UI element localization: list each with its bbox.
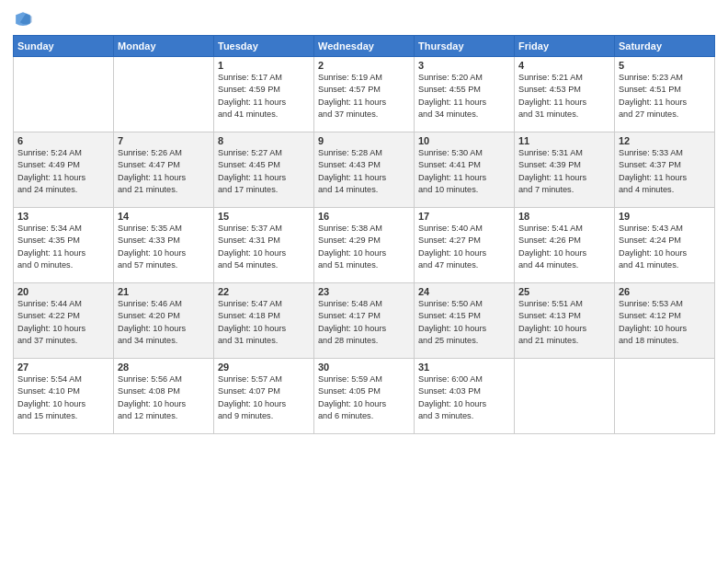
day-number: 11: [518, 135, 610, 146]
day-info: Sunrise: 5:17 AM Sunset: 4:59 PM Dayligh…: [218, 72, 310, 121]
day-number: 7: [118, 135, 210, 146]
page-header: [13, 9, 715, 29]
calendar-cell: 21Sunrise: 5:46 AM Sunset: 4:20 PM Dayli…: [114, 283, 214, 359]
logo: [13, 9, 33, 29]
day-number: 22: [218, 286, 310, 297]
calendar-cell: 18Sunrise: 5:41 AM Sunset: 4:26 PM Dayli…: [515, 208, 615, 283]
day-info: Sunrise: 5:43 AM Sunset: 4:24 PM Dayligh…: [619, 223, 711, 271]
day-info: Sunrise: 5:46 AM Sunset: 4:20 PM Dayligh…: [118, 298, 210, 347]
calendar-cell: 7Sunrise: 5:26 AM Sunset: 4:47 PM Daylig…: [114, 132, 214, 208]
day-info: Sunrise: 5:57 AM Sunset: 4:07 PM Dayligh…: [218, 373, 310, 422]
day-info: Sunrise: 5:31 AM Sunset: 4:39 PM Dayligh…: [518, 147, 610, 196]
day-number: 25: [518, 286, 610, 297]
calendar-cell: 31Sunrise: 6:00 AM Sunset: 4:03 PM Dayli…: [415, 359, 515, 434]
day-number: 15: [218, 211, 310, 222]
day-number: 20: [17, 286, 109, 297]
day-info: Sunrise: 5:56 AM Sunset: 4:08 PM Dayligh…: [118, 373, 210, 422]
day-info: Sunrise: 5:54 AM Sunset: 4:10 PM Dayligh…: [17, 373, 109, 422]
day-info: Sunrise: 5:19 AM Sunset: 4:57 PM Dayligh…: [318, 72, 410, 121]
day-info: Sunrise: 5:28 AM Sunset: 4:43 PM Dayligh…: [318, 147, 410, 196]
calendar-week-row: 13Sunrise: 5:34 AM Sunset: 4:35 PM Dayli…: [14, 208, 715, 283]
calendar-cell: 24Sunrise: 5:50 AM Sunset: 4:15 PM Dayli…: [415, 283, 515, 359]
day-number: 2: [318, 60, 410, 71]
day-info: Sunrise: 5:47 AM Sunset: 4:18 PM Dayligh…: [218, 298, 310, 347]
day-info: Sunrise: 5:41 AM Sunset: 4:26 PM Dayligh…: [518, 223, 610, 271]
calendar-cell: [14, 57, 114, 132]
calendar-cell: 26Sunrise: 5:53 AM Sunset: 4:12 PM Dayli…: [615, 283, 715, 359]
weekday-header-saturday: Saturday: [615, 36, 715, 57]
day-info: Sunrise: 5:51 AM Sunset: 4:13 PM Dayligh…: [518, 298, 610, 347]
day-info: Sunrise: 5:21 AM Sunset: 4:53 PM Dayligh…: [518, 72, 610, 121]
logo-icon: [13, 9, 33, 29]
day-info: Sunrise: 5:50 AM Sunset: 4:15 PM Dayligh…: [418, 298, 510, 347]
day-number: 26: [619, 286, 711, 297]
day-number: 27: [17, 362, 109, 373]
day-number: 8: [218, 135, 310, 146]
calendar-cell: 16Sunrise: 5:38 AM Sunset: 4:29 PM Dayli…: [314, 208, 415, 283]
day-number: 31: [418, 362, 510, 373]
calendar-cell: 27Sunrise: 5:54 AM Sunset: 4:10 PM Dayli…: [14, 359, 114, 434]
calendar-week-row: 20Sunrise: 5:44 AM Sunset: 4:22 PM Dayli…: [14, 283, 715, 359]
calendar-cell: 17Sunrise: 5:40 AM Sunset: 4:27 PM Dayli…: [415, 208, 515, 283]
weekday-header-row: SundayMondayTuesdayWednesdayThursdayFrid…: [14, 36, 715, 57]
calendar-cell: [515, 359, 615, 434]
day-info: Sunrise: 5:53 AM Sunset: 4:12 PM Dayligh…: [619, 298, 711, 347]
calendar-cell: 13Sunrise: 5:34 AM Sunset: 4:35 PM Dayli…: [14, 208, 114, 283]
day-number: 3: [418, 60, 510, 71]
day-number: 18: [518, 211, 610, 222]
day-number: 14: [118, 211, 210, 222]
day-info: Sunrise: 5:30 AM Sunset: 4:41 PM Dayligh…: [418, 147, 510, 196]
day-number: 28: [118, 362, 210, 373]
day-info: Sunrise: 5:48 AM Sunset: 4:17 PM Dayligh…: [318, 298, 410, 347]
calendar-cell: [114, 57, 214, 132]
day-number: 23: [318, 286, 410, 297]
day-number: 4: [518, 60, 610, 71]
day-number: 30: [318, 362, 410, 373]
day-info: Sunrise: 5:33 AM Sunset: 4:37 PM Dayligh…: [619, 147, 711, 196]
day-number: 6: [17, 135, 109, 146]
day-number: 9: [318, 135, 410, 146]
weekday-header-wednesday: Wednesday: [314, 36, 415, 57]
calendar-cell: 11Sunrise: 5:31 AM Sunset: 4:39 PM Dayli…: [515, 132, 615, 208]
day-number: 16: [318, 211, 410, 222]
weekday-header-tuesday: Tuesday: [214, 36, 314, 57]
day-info: Sunrise: 5:26 AM Sunset: 4:47 PM Dayligh…: [118, 147, 210, 196]
calendar-cell: 1Sunrise: 5:17 AM Sunset: 4:59 PM Daylig…: [214, 57, 314, 132]
day-number: 17: [418, 211, 510, 222]
calendar-cell: 9Sunrise: 5:28 AM Sunset: 4:43 PM Daylig…: [314, 132, 415, 208]
calendar-cell: 29Sunrise: 5:57 AM Sunset: 4:07 PM Dayli…: [214, 359, 314, 434]
calendar-cell: 6Sunrise: 5:24 AM Sunset: 4:49 PM Daylig…: [14, 132, 114, 208]
day-info: Sunrise: 5:20 AM Sunset: 4:55 PM Dayligh…: [418, 72, 510, 121]
day-number: 12: [619, 135, 711, 146]
calendar-cell: 28Sunrise: 5:56 AM Sunset: 4:08 PM Dayli…: [114, 359, 214, 434]
day-number: 19: [619, 211, 711, 222]
day-info: Sunrise: 5:40 AM Sunset: 4:27 PM Dayligh…: [418, 223, 510, 271]
calendar-cell: 25Sunrise: 5:51 AM Sunset: 4:13 PM Dayli…: [515, 283, 615, 359]
calendar-week-row: 6Sunrise: 5:24 AM Sunset: 4:49 PM Daylig…: [14, 132, 715, 208]
day-number: 21: [118, 286, 210, 297]
calendar-cell: 2Sunrise: 5:19 AM Sunset: 4:57 PM Daylig…: [314, 57, 415, 132]
day-info: Sunrise: 5:24 AM Sunset: 4:49 PM Dayligh…: [17, 147, 109, 196]
day-info: Sunrise: 5:44 AM Sunset: 4:22 PM Dayligh…: [17, 298, 109, 347]
day-info: Sunrise: 5:27 AM Sunset: 4:45 PM Dayligh…: [218, 147, 310, 196]
day-info: Sunrise: 5:38 AM Sunset: 4:29 PM Dayligh…: [318, 223, 410, 271]
calendar-cell: 3Sunrise: 5:20 AM Sunset: 4:55 PM Daylig…: [415, 57, 515, 132]
weekday-header-sunday: Sunday: [14, 36, 114, 57]
calendar-cell: 15Sunrise: 5:37 AM Sunset: 4:31 PM Dayli…: [214, 208, 314, 283]
calendar-week-row: 1Sunrise: 5:17 AM Sunset: 4:59 PM Daylig…: [14, 57, 715, 132]
weekday-header-monday: Monday: [114, 36, 214, 57]
day-number: 5: [619, 60, 711, 71]
calendar-cell: 4Sunrise: 5:21 AM Sunset: 4:53 PM Daylig…: [515, 57, 615, 132]
calendar-table: SundayMondayTuesdayWednesdayThursdayFrid…: [13, 35, 715, 434]
calendar-cell: 5Sunrise: 5:23 AM Sunset: 4:51 PM Daylig…: [615, 57, 715, 132]
calendar-cell: 10Sunrise: 5:30 AM Sunset: 4:41 PM Dayli…: [415, 132, 515, 208]
calendar-cell: 14Sunrise: 5:35 AM Sunset: 4:33 PM Dayli…: [114, 208, 214, 283]
calendar-week-row: 27Sunrise: 5:54 AM Sunset: 4:10 PM Dayli…: [14, 359, 715, 434]
calendar-cell: [615, 359, 715, 434]
day-info: Sunrise: 5:23 AM Sunset: 4:51 PM Dayligh…: [619, 72, 711, 121]
day-number: 29: [218, 362, 310, 373]
day-info: Sunrise: 5:59 AM Sunset: 4:05 PM Dayligh…: [318, 373, 410, 422]
day-number: 13: [17, 211, 109, 222]
calendar-cell: 22Sunrise: 5:47 AM Sunset: 4:18 PM Dayli…: [214, 283, 314, 359]
calendar-cell: 20Sunrise: 5:44 AM Sunset: 4:22 PM Dayli…: [14, 283, 114, 359]
